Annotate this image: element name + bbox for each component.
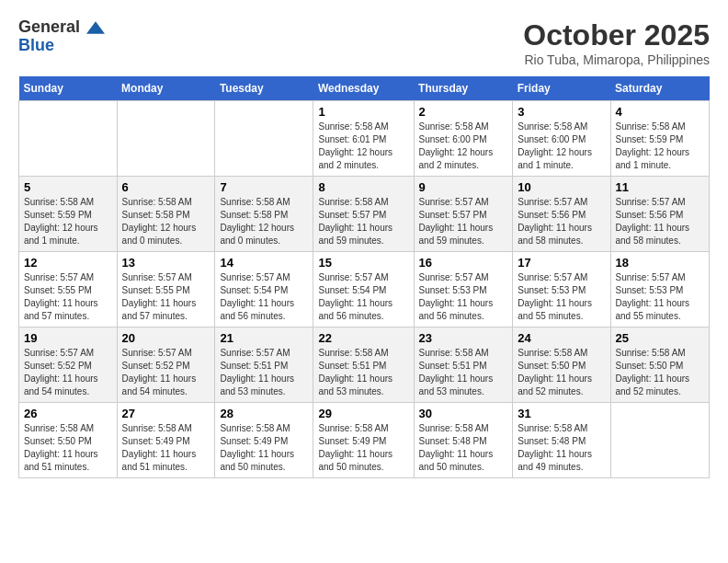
day-info: Sunrise: 5:58 AM Sunset: 5:49 PM Dayligh… [122,422,210,474]
day-number: 10 [518,180,605,194]
calendar-week-4: 19Sunrise: 5:57 AM Sunset: 5:52 PM Dayli… [19,327,710,403]
calendar-table: SundayMondayTuesdayWednesdayThursdayFrid… [18,76,710,478]
day-info: Sunrise: 5:58 AM Sunset: 5:58 PM Dayligh… [220,196,308,247]
day-number: 22 [318,331,408,345]
calendar-cell: 2Sunrise: 5:58 AM Sunset: 6:00 PM Daylig… [414,101,513,177]
calendar-cell [19,101,118,177]
calendar-cell: 17Sunrise: 5:57 AM Sunset: 5:53 PM Dayli… [513,252,610,327]
day-number: 30 [419,407,508,420]
day-info: Sunrise: 5:57 AM Sunset: 5:53 PM Dayligh… [616,271,705,323]
col-header-friday: Friday [513,76,610,101]
day-info: Sunrise: 5:57 AM Sunset: 5:53 PM Dayligh… [518,271,605,323]
day-number: 18 [616,256,705,270]
calendar-cell [117,101,215,177]
month-title: October 2025 [523,18,710,52]
calendar-cell: 15Sunrise: 5:57 AM Sunset: 5:54 PM Dayli… [313,252,414,327]
calendar-cell: 8Sunrise: 5:58 AM Sunset: 5:57 PM Daylig… [313,177,414,252]
calendar-cell: 7Sunrise: 5:58 AM Sunset: 5:58 PM Daylig… [215,177,313,252]
calendar-cell: 14Sunrise: 5:57 AM Sunset: 5:54 PM Dayli… [215,252,313,327]
day-info: Sunrise: 5:58 AM Sunset: 6:00 PM Dayligh… [518,121,605,172]
calendar-cell: 1Sunrise: 5:58 AM Sunset: 6:01 PM Daylig… [313,101,414,177]
day-number: 4 [616,105,705,119]
day-info: Sunrise: 5:58 AM Sunset: 5:50 PM Dayligh… [24,422,112,474]
day-number: 16 [419,256,508,270]
col-header-saturday: Saturday [610,76,710,101]
calendar-week-2: 5Sunrise: 5:58 AM Sunset: 5:59 PM Daylig… [19,177,710,252]
day-number: 21 [220,331,308,345]
calendar-cell: 24Sunrise: 5:58 AM Sunset: 5:50 PM Dayli… [513,327,610,403]
day-number: 3 [518,105,605,119]
calendar-header-row: SundayMondayTuesdayWednesdayThursdayFrid… [19,76,710,101]
day-number: 2 [419,105,508,119]
day-info: Sunrise: 5:58 AM Sunset: 6:01 PM Dayligh… [318,121,408,172]
day-number: 19 [24,331,112,345]
day-info: Sunrise: 5:58 AM Sunset: 5:59 PM Dayligh… [616,121,705,172]
calendar-cell: 5Sunrise: 5:58 AM Sunset: 5:59 PM Daylig… [19,177,118,252]
day-number: 14 [220,256,308,270]
day-number: 29 [318,407,408,420]
day-number: 31 [518,407,605,420]
calendar-cell: 20Sunrise: 5:57 AM Sunset: 5:52 PM Dayli… [117,327,215,403]
calendar-cell: 22Sunrise: 5:58 AM Sunset: 5:51 PM Dayli… [313,327,414,403]
page-header: General Blue October 2025 Rio Tuba, Mima… [18,18,710,67]
col-header-wednesday: Wednesday [313,76,414,101]
calendar-cell: 19Sunrise: 5:57 AM Sunset: 5:52 PM Dayli… [19,327,118,403]
day-info: Sunrise: 5:57 AM Sunset: 5:51 PM Dayligh… [220,347,308,398]
calendar-cell: 28Sunrise: 5:58 AM Sunset: 5:49 PM Dayli… [215,403,313,478]
logo-text: General Blue [18,18,105,55]
day-info: Sunrise: 5:57 AM Sunset: 5:54 PM Dayligh… [318,271,408,323]
col-header-monday: Monday [117,76,215,101]
day-info: Sunrise: 5:58 AM Sunset: 5:58 PM Dayligh… [122,196,210,247]
calendar-cell: 31Sunrise: 5:58 AM Sunset: 5:48 PM Dayli… [513,403,610,478]
calendar-cell [215,101,313,177]
day-info: Sunrise: 5:57 AM Sunset: 5:57 PM Dayligh… [419,196,508,247]
day-info: Sunrise: 5:58 AM Sunset: 5:51 PM Dayligh… [318,347,408,398]
day-info: Sunrise: 5:58 AM Sunset: 5:59 PM Dayligh… [24,196,112,247]
calendar-cell: 12Sunrise: 5:57 AM Sunset: 5:55 PM Dayli… [19,252,118,327]
calendar-cell: 10Sunrise: 5:57 AM Sunset: 5:56 PM Dayli… [513,177,610,252]
calendar-cell: 4Sunrise: 5:58 AM Sunset: 5:59 PM Daylig… [610,101,710,177]
svg-marker-0 [86,22,105,34]
calendar-cell: 30Sunrise: 5:58 AM Sunset: 5:48 PM Dayli… [414,403,513,478]
day-number: 24 [518,331,605,345]
day-number: 28 [220,407,308,420]
day-number: 13 [122,256,210,270]
day-number: 8 [318,180,408,194]
day-number: 15 [318,256,408,270]
calendar-cell: 16Sunrise: 5:57 AM Sunset: 5:53 PM Dayli… [414,252,513,327]
day-number: 27 [122,407,210,420]
day-info: Sunrise: 5:58 AM Sunset: 5:50 PM Dayligh… [616,347,705,398]
day-number: 12 [24,256,112,270]
col-header-thursday: Thursday [414,76,513,101]
day-number: 17 [518,256,605,270]
day-info: Sunrise: 5:58 AM Sunset: 5:49 PM Dayligh… [220,422,308,474]
logo-blue: Blue [18,37,105,55]
day-info: Sunrise: 5:58 AM Sunset: 5:50 PM Dayligh… [518,347,605,398]
day-number: 9 [419,180,508,194]
col-header-sunday: Sunday [19,76,118,101]
logo-general: General [18,18,105,37]
calendar-week-3: 12Sunrise: 5:57 AM Sunset: 5:55 PM Dayli… [19,252,710,327]
col-header-tuesday: Tuesday [215,76,313,101]
calendar-cell: 26Sunrise: 5:58 AM Sunset: 5:50 PM Dayli… [19,403,118,478]
calendar-cell: 18Sunrise: 5:57 AM Sunset: 5:53 PM Dayli… [610,252,710,327]
day-number: 25 [616,331,705,345]
day-number: 7 [220,180,308,194]
day-info: Sunrise: 5:58 AM Sunset: 5:51 PM Dayligh… [419,347,508,398]
calendar-cell: 27Sunrise: 5:58 AM Sunset: 5:49 PM Dayli… [117,403,215,478]
calendar-cell [610,403,710,478]
day-number: 23 [419,331,508,345]
day-info: Sunrise: 5:57 AM Sunset: 5:56 PM Dayligh… [518,196,605,247]
calendar-cell: 25Sunrise: 5:58 AM Sunset: 5:50 PM Dayli… [610,327,710,403]
location: Rio Tuba, Mimaropa, Philippines [523,52,710,67]
day-info: Sunrise: 5:57 AM Sunset: 5:55 PM Dayligh… [122,271,210,323]
day-info: Sunrise: 5:58 AM Sunset: 5:48 PM Dayligh… [419,422,508,474]
day-info: Sunrise: 5:58 AM Sunset: 5:48 PM Dayligh… [518,422,605,474]
title-block: October 2025 Rio Tuba, Mimaropa, Philipp… [523,18,710,67]
day-number: 1 [318,105,408,119]
calendar-cell: 3Sunrise: 5:58 AM Sunset: 6:00 PM Daylig… [513,101,610,177]
day-info: Sunrise: 5:57 AM Sunset: 5:53 PM Dayligh… [419,271,508,323]
day-number: 5 [24,180,112,194]
day-info: Sunrise: 5:57 AM Sunset: 5:52 PM Dayligh… [24,347,112,398]
day-info: Sunrise: 5:57 AM Sunset: 5:56 PM Dayligh… [616,196,705,247]
